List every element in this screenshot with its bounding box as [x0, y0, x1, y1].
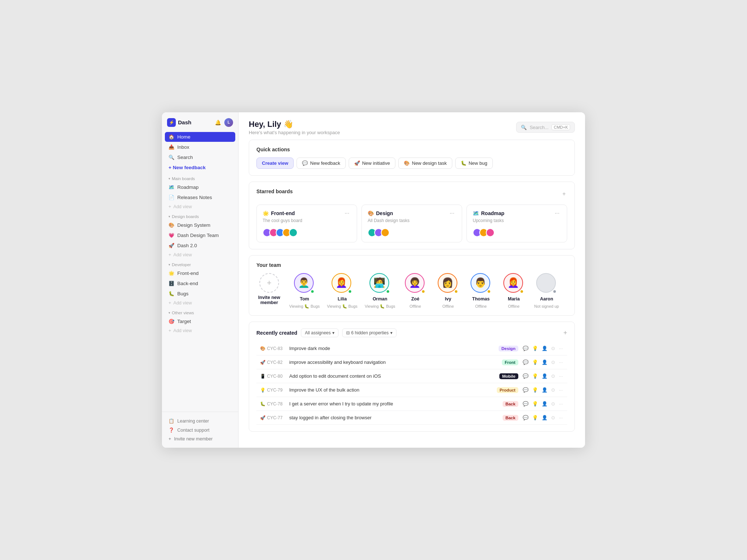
filter-properties-btn[interactable]: ⊟ 6 hidden properties ▾	[342, 328, 396, 337]
board-design-more[interactable]: ···	[448, 210, 456, 217]
sidebar-item-dash-design-team[interactable]: 💗 Dash Design Team	[165, 230, 235, 240]
add-view-developer[interactable]: + Add view	[165, 299, 235, 307]
add-view-main[interactable]: + Add view	[165, 203, 235, 211]
app-logo[interactable]: ⚡ Dash	[167, 118, 191, 127]
team-member-aaron[interactable]: Aaron Not signed up	[534, 273, 560, 309]
board-avatar	[289, 228, 298, 237]
board-card-frontend-header: 🌟 Front-end ···	[263, 210, 351, 217]
table-row[interactable]: 🎨 CYC-83 Improve dark mode Design 💬 💡 👤 …	[256, 342, 567, 355]
comment-icon[interactable]: 💬	[522, 414, 529, 421]
team-member-ivy[interactable]: 👩 Ivy Offline	[436, 273, 461, 309]
footer-item-invite[interactable]: + Invite new member	[166, 435, 235, 443]
new-design-task-button[interactable]: 🎨 New design task	[398, 158, 452, 169]
more-icon[interactable]: ···	[558, 400, 564, 407]
add-view-other[interactable]: + Add view	[165, 327, 235, 335]
team-member-zoe[interactable]: 👩‍🦱 Zoé Offline	[403, 273, 428, 309]
sidebar-item-frontend[interactable]: 🌟 Front-end	[165, 268, 235, 278]
more-icon[interactable]: ···	[558, 345, 564, 352]
sidebar-item-backend[interactable]: 🗄️ Back-end	[165, 279, 235, 288]
table-row[interactable]: 📱 CYC-80 Add option to edit document con…	[256, 369, 567, 383]
lightbulb-icon[interactable]: 💡	[531, 386, 539, 393]
target-icon-task[interactable]: ⊙	[550, 345, 556, 352]
lightbulb-icon[interactable]: 💡	[531, 359, 539, 366]
sidebar-item-roadmap[interactable]: 🗺️ Roadmap	[165, 182, 235, 192]
team-member-orman[interactable]: 🧑‍💻 Orman Viewing 🐛 Bugs	[365, 273, 395, 309]
comment-icon[interactable]: 💬	[522, 386, 529, 393]
target-icon-task[interactable]: ⊙	[550, 386, 556, 393]
create-view-button[interactable]: Create view	[256, 158, 294, 169]
starred-boards-title: Starred boards	[256, 188, 293, 194]
sidebar-item-bugs[interactable]: 🐛 Bugs	[165, 289, 235, 299]
search-box[interactable]: 🔍 Search... CMD+K	[516, 122, 575, 133]
footer-item-contact[interactable]: ❓ Contact support	[166, 425, 235, 435]
team-member-thomas[interactable]: 👨 Thomas Offline	[468, 273, 494, 309]
sidebar-item-releases[interactable]: 📄 Releases Notes	[165, 192, 235, 202]
board-roadmap-more[interactable]: ···	[553, 210, 561, 217]
more-icon[interactable]: ···	[558, 359, 564, 366]
target-icon-task[interactable]: ⊙	[550, 373, 556, 380]
board-card-roadmap[interactable]: 🗺️ Roadmap ··· Upcoming tasks	[467, 205, 567, 242]
new-feedback-button[interactable]: 💬 New feedback	[297, 158, 345, 169]
board-card-frontend[interactable]: 🌟 Front-end ··· The cool guys board	[256, 205, 357, 242]
sidebar-header: ⚡ Dash 🔔 L	[162, 112, 238, 131]
target-icon-task[interactable]: ⊙	[550, 359, 556, 366]
comment-icon[interactable]: 💬	[522, 400, 529, 407]
table-row[interactable]: 💡 CYC-79 Improve the UX of the bulk acti…	[256, 383, 567, 397]
table-row[interactable]: 🚀 CYC-77 stay logged in after closing th…	[256, 411, 567, 425]
team-member-lilia[interactable]: 👩‍🦰 Lilia Viewing 🐛 Bugs	[327, 273, 358, 309]
thomas-avatar-wrap: 👨	[471, 273, 492, 294]
design-boards-arrow: ▾	[169, 215, 170, 218]
add-board-button[interactable]: +	[561, 191, 567, 197]
sidebar-header-icons: 🔔 L	[213, 118, 233, 127]
invite-button[interactable]: +	[259, 273, 279, 293]
new-initiative-button[interactable]: 🚀 New initiative	[349, 158, 396, 169]
sidebar: ⚡ Dash 🔔 L 🏠 Home 📥 Inbox 🔍 Search	[162, 112, 239, 448]
footer-item-learning[interactable]: 📋 Learning center	[166, 416, 235, 425]
more-icon[interactable]: ···	[558, 386, 564, 393]
sidebar-item-target[interactable]: 🎯 Target	[165, 316, 235, 326]
board-frontend-more[interactable]: ···	[343, 210, 351, 217]
sidebar-item-search[interactable]: 🔍 Search	[165, 152, 235, 162]
invite-member[interactable]: + Invite newmember	[256, 273, 282, 305]
assign-icon[interactable]: 👤	[541, 414, 548, 421]
add-task-button[interactable]: +	[563, 329, 567, 337]
board-avatar	[486, 228, 495, 237]
team-member-maria[interactable]: 👩‍🦰 Maria Offline	[501, 273, 527, 309]
main-boards-arrow: ▾	[169, 177, 170, 180]
assign-icon[interactable]: 👤	[541, 345, 548, 352]
sidebar-item-new-feedback[interactable]: + New feedback	[165, 163, 235, 172]
new-bug-button[interactable]: 🐛 New bug	[455, 158, 493, 169]
filter-assignees-btn[interactable]: All assignees ▾	[301, 328, 338, 337]
lightbulb-icon[interactable]: 💡	[531, 414, 539, 421]
board-card-design[interactable]: 🎨 Design ··· All Dash design tasks	[361, 205, 462, 242]
assign-icon[interactable]: 👤	[541, 373, 548, 380]
user-avatar[interactable]: L	[224, 118, 233, 127]
lightbulb-icon[interactable]: 💡	[531, 373, 539, 380]
lightbulb-icon[interactable]: 💡	[531, 345, 539, 352]
lightbulb-icon[interactable]: 💡	[531, 400, 539, 407]
assign-icon[interactable]: 👤	[541, 386, 548, 393]
comment-icon[interactable]: 💬	[522, 373, 529, 380]
new-initiative-icon: 🚀	[354, 160, 360, 166]
table-row[interactable]: 🐛 CYC-78 I get a server error when I try…	[256, 397, 567, 411]
task-79-title: Improve the UX of the bulk action	[289, 387, 493, 393]
comment-icon[interactable]: 💬	[522, 345, 529, 352]
target-icon-task[interactable]: ⊙	[550, 414, 556, 421]
team-member-tom[interactable]: 👨‍🦱 Tom Viewing 🐛 Bugs	[289, 273, 320, 309]
filter-properties-label: 6 hidden properties	[351, 330, 389, 335]
task-80-actions: 💬 💡 👤 ⊙ ···	[522, 373, 564, 380]
target-icon-task[interactable]: ⊙	[550, 400, 556, 407]
assign-icon[interactable]: 👤	[541, 359, 548, 366]
releases-icon: 📄	[169, 195, 174, 200]
more-icon[interactable]: ···	[558, 373, 564, 380]
sidebar-item-inbox[interactable]: 📥 Inbox	[165, 142, 235, 152]
comment-icon[interactable]: 💬	[522, 359, 529, 366]
more-icon[interactable]: ···	[558, 414, 564, 421]
add-view-design[interactable]: + Add view	[165, 251, 235, 259]
assign-icon[interactable]: 👤	[541, 400, 548, 407]
sidebar-item-home[interactable]: 🏠 Home	[165, 132, 235, 142]
table-row[interactable]: 🚀 CYC-82 improve accessibility and keybo…	[256, 355, 567, 369]
notifications-icon[interactable]: 🔔	[213, 118, 222, 127]
sidebar-item-dash-2[interactable]: 🚀 Dash 2.0	[165, 241, 235, 250]
sidebar-item-design-system[interactable]: 🎨 Design System	[165, 220, 235, 230]
